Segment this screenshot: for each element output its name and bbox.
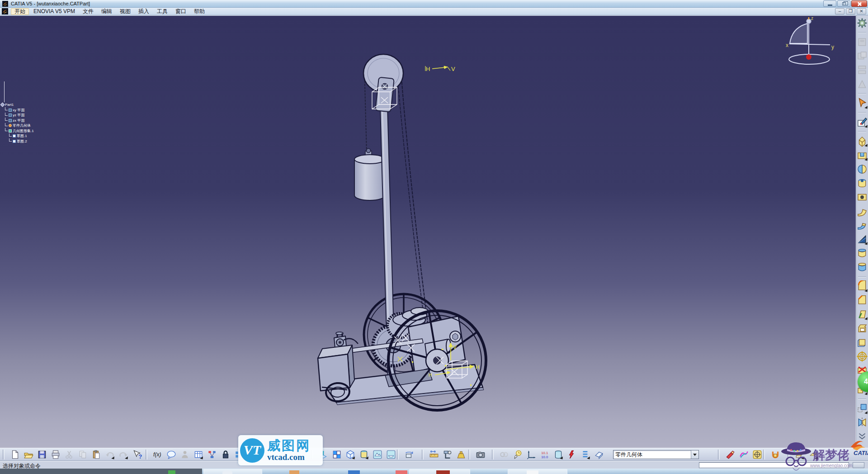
select-arrow-icon[interactable] — [856, 97, 868, 109]
viewport-3d[interactable] — [0, 15, 868, 448]
fillet-icon[interactable] — [856, 280, 868, 292]
design-table-icon[interactable] — [193, 450, 203, 460]
save-icon[interactable] — [37, 450, 47, 460]
menu-item-1[interactable]: ENOVIA V5 VPM — [30, 8, 78, 15]
tree-item-0[interactable]: Part1 — [1, 102, 34, 108]
cut-icon[interactable] — [64, 450, 74, 460]
tree-item-7[interactable]: 草图.2 — [1, 139, 34, 144]
print-icon[interactable] — [51, 450, 61, 460]
iso-cube-icon[interactable] — [345, 450, 355, 460]
settings-gear-icon[interactable] — [856, 17, 868, 29]
sketcher-icon[interactable] — [856, 116, 868, 128]
surface-colorful-icon[interactable] — [739, 450, 749, 460]
shaft-icon[interactable] — [856, 163, 868, 175]
doc-restore-button[interactable]: ❐ — [846, 8, 855, 14]
paste-icon[interactable] — [91, 450, 101, 460]
formula-icon[interactable]: f(x) — [153, 450, 163, 460]
shell-icon[interactable] — [856, 322, 868, 334]
hole-icon[interactable] — [856, 191, 868, 203]
taskbar-app-button[interactable] — [203, 469, 262, 474]
workbench-cylinder-icon[interactable] — [553, 450, 563, 460]
taskbar-app-icon[interactable] — [289, 470, 299, 474]
whats-this-icon[interactable]: ? — [132, 450, 142, 460]
minimize-icon — [828, 5, 832, 6]
stiffener-icon[interactable] — [856, 233, 868, 245]
menu-item-2[interactable]: 文件 — [80, 8, 97, 15]
lock-icon[interactable] — [221, 450, 231, 460]
shade-2-icon[interactable] — [386, 450, 396, 460]
catalog-cylinder-icon[interactable] — [359, 450, 369, 460]
comment-icon[interactable] — [166, 450, 176, 460]
draft-icon[interactable] — [856, 308, 868, 320]
insert-group-icon[interactable] — [856, 50, 868, 62]
inertia-icon[interactable] — [456, 450, 466, 460]
taskbar-app-icon[interactable] — [168, 470, 175, 474]
list-bars-icon[interactable] — [580, 450, 590, 460]
tree-item-2[interactable]: yz 平面 — [1, 113, 34, 118]
hand-clock-icon[interactable] — [513, 450, 523, 460]
menu-item-7[interactable]: 窗口 — [172, 8, 189, 15]
thickness-icon[interactable] — [856, 337, 868, 348]
relations-icon[interactable] — [207, 450, 217, 460]
thread-tap-icon[interactable] — [856, 351, 868, 362]
snap-grid-icon[interactable]: 10.110.0 — [540, 450, 550, 460]
knowledge-eraser-icon[interactable] — [594, 450, 604, 460]
doc-close-button[interactable]: ✕ — [857, 8, 866, 14]
update-lightning-icon[interactable] — [567, 450, 577, 460]
quadrant-grid-icon[interactable] — [332, 450, 342, 460]
menu-item-6[interactable]: 工具 — [154, 8, 171, 15]
taskbar-app-icon[interactable] — [396, 470, 407, 474]
rib-icon[interactable] — [856, 205, 868, 217]
new-document-icon[interactable] — [10, 450, 20, 460]
tree-item-6[interactable]: 草图.1 — [1, 133, 34, 139]
menu-item-4[interactable]: 视图 — [117, 8, 134, 15]
jiemenglao-watermark: 解梦佬 www.jiemenglao.com — [780, 441, 868, 474]
menu-item-0[interactable]: 开始 — [11, 8, 29, 15]
combo-dropdown-button[interactable] — [691, 450, 698, 459]
redo-icon[interactable] — [118, 450, 128, 460]
tree-item-1[interactable]: xy 平面 — [1, 108, 34, 113]
insert-ordered-set-icon[interactable] — [856, 64, 868, 76]
tree-item-4[interactable]: 零件几何体 — [1, 123, 34, 128]
chamfer-icon[interactable] — [856, 294, 868, 306]
insert-set-icon[interactable] — [856, 78, 868, 90]
shade-1-icon[interactable] — [373, 450, 382, 460]
doc-minimize-button[interactable]: – — [835, 8, 844, 14]
menu-item-3[interactable]: 编辑 — [98, 8, 115, 15]
link-icon[interactable] — [499, 450, 509, 460]
measure-ruler-icon[interactable] — [429, 450, 439, 460]
taskbar-app-icon[interactable] — [348, 470, 360, 474]
restore-button[interactable] — [837, 0, 850, 7]
tree-item-5[interactable]: 几何图形集.1 — [1, 128, 34, 134]
open-folder-icon[interactable] — [24, 450, 33, 460]
tree-item-3[interactable]: zx 平面 — [1, 118, 34, 123]
copy-icon[interactable] — [78, 450, 88, 460]
slot-icon[interactable] — [856, 219, 868, 231]
capture-icon[interactable] — [476, 450, 486, 460]
catalog-u-icon[interactable] — [770, 450, 780, 460]
scale-icon[interactable] — [856, 403, 868, 414]
close-button[interactable] — [851, 0, 867, 7]
rotate-3d-icon[interactable] — [404, 450, 414, 460]
minimize-button[interactable] — [823, 0, 836, 7]
taskbar-app-icon[interactable] — [222, 470, 232, 474]
menu-item-5[interactable]: 插入 — [135, 8, 152, 15]
groove-icon[interactable] — [856, 177, 868, 189]
remove-loft-icon[interactable] — [856, 261, 868, 273]
insert-body-icon[interactable] — [856, 36, 868, 48]
undo-icon[interactable] — [105, 450, 115, 460]
active-body-selector[interactable]: 零件几何体 — [613, 450, 699, 459]
windows-taskbar[interactable] — [0, 469, 868, 474]
axis-system-icon[interactable] — [526, 450, 536, 460]
mirror-icon[interactable] — [856, 417, 868, 428]
taskbar-app-icon[interactable] — [527, 470, 538, 474]
measure-item-icon[interactable] — [443, 450, 453, 460]
pocket-icon[interactable] — [856, 149, 868, 161]
paint-colorful-icon[interactable] — [725, 450, 735, 460]
loft-icon[interactable] — [856, 247, 868, 259]
pad-icon[interactable] — [856, 135, 868, 147]
menu-item-8[interactable]: 帮助 — [191, 8, 208, 15]
target-yellow-icon[interactable] — [752, 450, 762, 460]
taskbar-app-icon[interactable] — [436, 470, 450, 474]
person-icon[interactable] — [180, 450, 190, 460]
